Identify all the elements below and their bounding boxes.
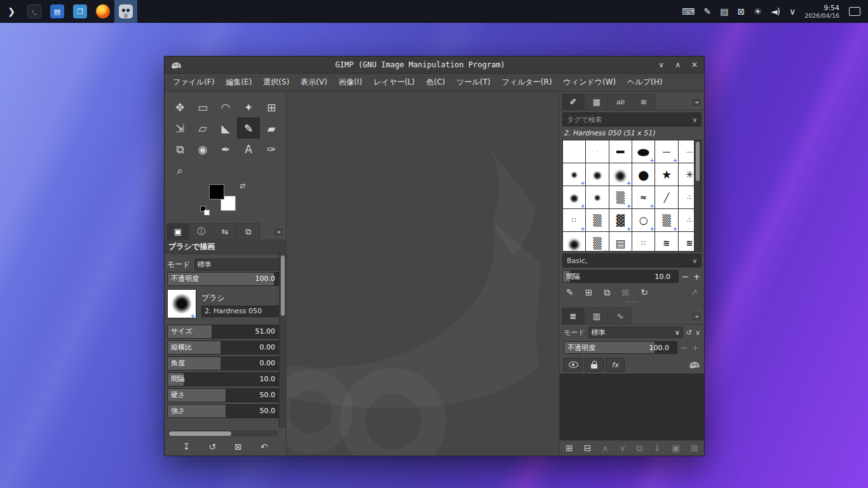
edit-brush-button[interactable]: ✎ <box>566 287 574 297</box>
fonts-tab[interactable]: ab <box>609 93 632 110</box>
brush-item[interactable]: ● + <box>632 140 654 163</box>
restore-tool-preset-button[interactable]: ↺ <box>208 442 216 452</box>
decrease-spacing-button[interactable]: − <box>681 272 690 281</box>
paths-tab[interactable]: ∿ <box>609 308 632 324</box>
default-colors-icon[interactable] <box>200 206 208 214</box>
scrollbar-thumb[interactable] <box>281 255 285 316</box>
menubar-item[interactable]: 色(C) <box>421 77 451 88</box>
smudge-tool[interactable]: ◉ <box>191 139 214 159</box>
brush-spacing-slider[interactable]: 間隔 10.0 <box>562 270 679 283</box>
display-off-icon[interactable]: ⊠ <box>737 6 744 17</box>
fuzzy-select-tool[interactable]: ✦ <box>237 97 260 118</box>
brush-grid-scrollbar[interactable] <box>694 140 701 251</box>
brush-item[interactable]: ▒ <box>586 209 608 231</box>
menubar-item[interactable]: 選択(S) <box>257 77 295 88</box>
tool-options-tab[interactable]: ▣ <box>166 223 189 240</box>
brush-item[interactable]: ● <box>586 163 608 186</box>
effects-toggle[interactable]: fx <box>606 358 625 372</box>
close-button[interactable]: ✕ <box>691 60 698 69</box>
search-input[interactable]: タグで検索 <box>567 115 693 125</box>
dock-menu-button[interactable]: ◄ <box>691 311 702 322</box>
brush-item[interactable]: · <box>586 140 608 163</box>
brush-item[interactable]: ● + <box>563 186 585 208</box>
tag-filter-value[interactable]: Basic, <box>567 257 693 265</box>
delete-tool-preset-button[interactable]: ⊠ <box>234 442 242 452</box>
brush-item[interactable]: ▤ <box>609 232 632 252</box>
layers-tab[interactable]: ≣ <box>562 308 585 324</box>
brushes-tab[interactable]: ✐ <box>562 93 585 110</box>
delete-layer-button[interactable]: ⊠ <box>691 443 698 453</box>
volume-icon[interactable]: ◄) <box>771 6 780 17</box>
reset-mode-button[interactable]: ↺ <box>686 329 692 337</box>
brush-item[interactable]: — + <box>655 140 677 163</box>
launcher-firefox[interactable] <box>92 0 114 23</box>
clipboard-icon[interactable]: ▤ <box>720 6 728 17</box>
hardness-slider[interactable]: 硬さ 50.0 ‒ <box>167 388 283 402</box>
new-layer-button[interactable]: ⊞ <box>566 443 573 453</box>
scrollbar-thumb[interactable] <box>169 431 231 436</box>
menubar-item[interactable]: 表示(V) <box>295 77 333 88</box>
launcher-file-manager[interactable]: ❐ <box>69 0 92 23</box>
minimize-button[interactable]: ∨ <box>658 60 664 69</box>
channels-tab[interactable]: ▥ <box>585 308 608 324</box>
open-brush-as-image-button[interactable]: ↗ <box>690 287 698 297</box>
launcher-editor[interactable]: ▤ <box>46 0 69 23</box>
duplicate-brush-button[interactable]: ⧉ <box>604 287 610 298</box>
brush-item[interactable]: ╱ <box>655 186 677 208</box>
patterns-tab[interactable]: ▦ <box>585 93 608 110</box>
brush-item[interactable]: ● <box>586 186 608 208</box>
tool-options-hscrollbar[interactable] <box>167 430 278 437</box>
images-tab[interactable]: ⧉ <box>237 223 260 240</box>
brush-item[interactable]: ○ + <box>632 209 654 231</box>
increase-opacity-button[interactable]: + <box>691 343 700 353</box>
undo-history-tab[interactable]: ⇆ <box>214 223 236 240</box>
menubar-item[interactable]: ツール(T) <box>451 77 496 88</box>
maximize-button[interactable]: ∧ <box>675 60 681 69</box>
titlebar[interactable]: GIMP (GNU Image Manipulation Program) ∨ … <box>165 57 704 74</box>
menubar-item[interactable]: フィルター(R) <box>496 77 558 88</box>
chevron-down-icon[interactable]: ∨ <box>693 257 697 264</box>
brush-tag-search[interactable]: タグで検索 ∨ <box>562 112 702 126</box>
canvas-area[interactable] <box>287 92 559 456</box>
brush-item[interactable]: ≋ <box>655 232 677 252</box>
brush-item[interactable]: ★ <box>655 163 677 186</box>
brush-item[interactable]: ∷ + <box>563 209 585 231</box>
mode-options-button[interactable]: ∨ <box>695 329 700 337</box>
brush-item[interactable]: ∷ <box>632 232 654 252</box>
launcher-terminal[interactable]: ›_ <box>23 0 46 23</box>
chevron-down-icon[interactable]: ∨ <box>693 116 697 123</box>
spacing-slider[interactable]: 間隔 10.0 ‒ <box>167 372 283 386</box>
ink-tool[interactable]: ✒ <box>214 139 237 159</box>
brush-tag-filter[interactable]: Basic, ∨ <box>562 254 702 268</box>
foreground-color-swatch[interactable] <box>209 184 224 200</box>
crop-tool[interactable]: ⊞ <box>260 97 283 118</box>
layers-list[interactable] <box>560 374 704 440</box>
free-select-tool[interactable]: ◠ <box>214 97 237 118</box>
brush-item[interactable]: ● <box>563 232 585 252</box>
new-layer-group-button[interactable]: ⊟ <box>584 443 592 453</box>
brush-item[interactable]: ▒ + <box>586 232 608 252</box>
tablet-settings-icon[interactable]: ✎ <box>703 6 710 17</box>
angle-slider[interactable]: 角度 0.00 ‒ <box>167 356 283 370</box>
brush-item[interactable] <box>563 140 585 163</box>
rectangle-select-tool[interactable]: ▭ <box>191 97 214 118</box>
layer-mode-dropdown[interactable]: 標準 ∨ <box>588 327 683 338</box>
brush-item[interactable]: ● + <box>609 163 632 186</box>
dock-menu-button[interactable]: ◄ <box>273 227 284 237</box>
tool-options-scrollbar[interactable] <box>279 254 286 428</box>
visibility-toggle[interactable] <box>564 358 583 372</box>
menubar-item[interactable]: ウィンドウ(W) <box>558 77 622 88</box>
refresh-brushes-button[interactable]: ↻ <box>641 287 648 297</box>
launcher-gimp[interactable] <box>114 0 137 23</box>
brush-item[interactable]: ● <box>632 163 654 186</box>
duplicate-layer-button[interactable]: ⧉ <box>637 443 643 454</box>
swap-colors-icon[interactable]: ⇄ <box>240 182 245 190</box>
brightness-icon[interactable]: ☀ <box>754 6 761 17</box>
bucket-fill-tool[interactable]: ◣ <box>214 118 237 139</box>
brush-item[interactable]: ● + <box>563 163 585 186</box>
merge-layer-button[interactable]: ⇓ <box>653 443 661 453</box>
brush-item[interactable]: ≈ + <box>632 186 654 208</box>
menubar-item[interactable]: ヘルプ(H) <box>621 77 668 88</box>
aspect-ratio-slider[interactable]: 縦横比 0.00 ‒ <box>167 341 283 355</box>
launcher-app-menu[interactable]: ❯ <box>0 0 23 23</box>
